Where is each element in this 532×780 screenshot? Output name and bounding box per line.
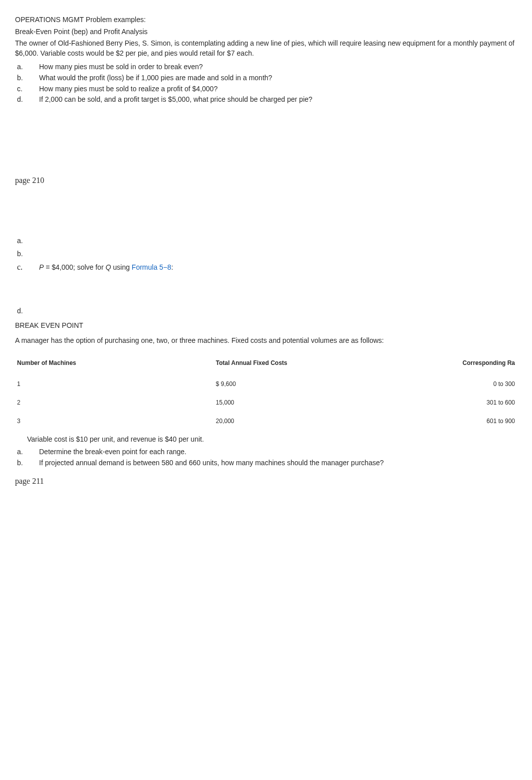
cell-range: 0 to 300 bbox=[442, 375, 517, 394]
question-letter: b. bbox=[17, 458, 39, 468]
question-item: d. If 2,000 can be sold, and a profit ta… bbox=[17, 95, 517, 105]
question-item: b. If projected annual demand is between… bbox=[17, 458, 517, 468]
cell-num: 1 bbox=[15, 375, 216, 394]
question-text: What would the profit (loss) be if 1,000… bbox=[39, 73, 517, 83]
page-reference: page 210 bbox=[15, 175, 517, 186]
answer-text-span: = $4,000; solve for bbox=[44, 263, 105, 271]
cell-num: 2 bbox=[15, 394, 216, 412]
cell-fixed: 20,000 bbox=[216, 412, 442, 431]
answer-item: a. bbox=[17, 236, 517, 246]
variable-p: P bbox=[39, 263, 44, 271]
section-heading: BREAK EVEN POINT bbox=[15, 321, 517, 331]
cost-note: Variable cost is $10 per unit, and reven… bbox=[27, 435, 517, 445]
table-header-num: Number of Machines bbox=[15, 354, 216, 375]
problem-intro: The owner of Old-Fashioned Berry Pies, S… bbox=[15, 39, 517, 58]
answer-item: b. bbox=[17, 249, 517, 259]
cell-num: 3 bbox=[15, 412, 216, 431]
question-list-1: a. How many pies must be sold in order t… bbox=[17, 62, 517, 104]
answer-letter: c. bbox=[17, 262, 39, 273]
question-item: a. How many pies must be sold in order t… bbox=[17, 62, 517, 72]
page-reference: page 211 bbox=[15, 476, 517, 487]
answer-text: P = $4,000; solve for Q using Formula 5−… bbox=[39, 263, 517, 273]
document-subtitle: Break-Even Point (bep) and Profit Analys… bbox=[15, 27, 517, 37]
cell-fixed: 15,000 bbox=[216, 394, 442, 412]
answer-letter: a. bbox=[17, 236, 39, 246]
formula-link[interactable]: Formula 5−8 bbox=[132, 263, 171, 271]
table-header-fixed: Total Annual Fixed Costs bbox=[216, 354, 442, 375]
answer-list-cont: d. bbox=[17, 306, 517, 316]
question-item: b. What would the profit (loss) be if 1,… bbox=[17, 73, 517, 83]
question-letter: a. bbox=[17, 447, 39, 457]
question-text: How many pies must be sold to realize a … bbox=[39, 84, 517, 94]
question-text: If 2,000 can be sold, and a profit targe… bbox=[39, 95, 517, 105]
answer-text-span: : bbox=[171, 263, 173, 271]
answer-text-span: using bbox=[111, 263, 132, 271]
question-text: Determine the break-even point for each … bbox=[39, 447, 517, 457]
question-letter: c. bbox=[17, 84, 39, 94]
question-item: c. How many pies must be sold to realize… bbox=[17, 84, 517, 94]
question-text: How many pies must be sold in order to b… bbox=[39, 62, 517, 72]
table-row: 1 $ 9,600 0 to 300 bbox=[15, 375, 517, 394]
answer-item: c. P = $4,000; solve for Q using Formula… bbox=[17, 262, 517, 273]
cell-range: 601 to 900 bbox=[442, 412, 517, 431]
answer-letter: b. bbox=[17, 249, 39, 259]
question-list-2: a. Determine the break-even point for ea… bbox=[17, 447, 517, 468]
question-letter: d. bbox=[17, 95, 39, 105]
table-row: 3 20,000 601 to 900 bbox=[15, 412, 517, 431]
question-text: If projected annual demand is between 58… bbox=[39, 458, 517, 468]
answer-item: d. bbox=[17, 306, 517, 316]
question-letter: a. bbox=[17, 62, 39, 72]
variable-q: Q bbox=[106, 263, 111, 271]
answer-letter: d. bbox=[17, 306, 39, 316]
table-header-range: Corresponding Ra bbox=[442, 354, 517, 375]
question-item: a. Determine the break-even point for ea… bbox=[17, 447, 517, 457]
answer-list: a. b. c. P = $4,000; solve for Q using F… bbox=[17, 236, 517, 273]
section-intro: A manager has the option of purchasing o… bbox=[15, 336, 517, 346]
machines-table-wrap: Number of Machines Total Annual Fixed Co… bbox=[15, 354, 517, 435]
document-title: OPERATIONS MGMT Problem examples: bbox=[15, 15, 517, 25]
table-header-row: Number of Machines Total Annual Fixed Co… bbox=[15, 354, 517, 375]
cell-range: 301 to 600 bbox=[442, 394, 517, 412]
machines-table: Number of Machines Total Annual Fixed Co… bbox=[15, 354, 517, 431]
table-row: 2 15,000 301 to 600 bbox=[15, 394, 517, 412]
question-letter: b. bbox=[17, 73, 39, 83]
cell-fixed: $ 9,600 bbox=[216, 375, 442, 394]
